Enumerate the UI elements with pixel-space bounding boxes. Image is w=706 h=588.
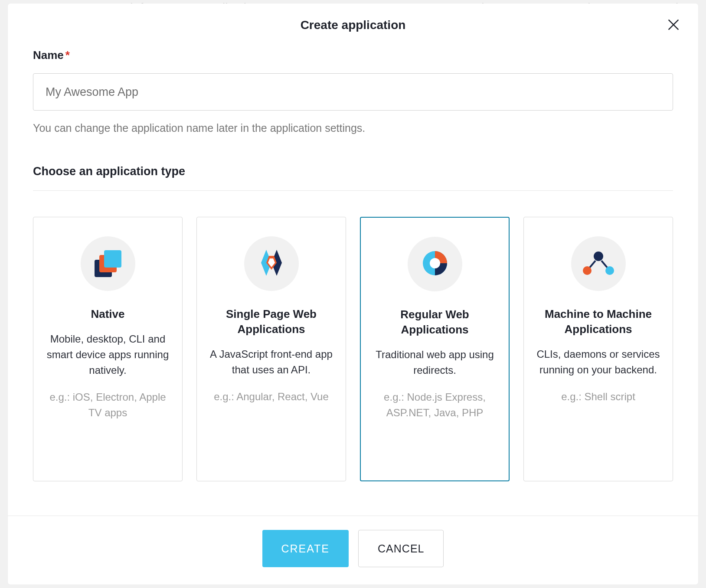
- card-desc: CLIs, daemons or services running on you…: [535, 346, 661, 378]
- card-title: Regular Web Applications: [372, 307, 497, 337]
- card-title: Machine to Machine Applications: [535, 307, 661, 337]
- create-button[interactable]: CREATE: [262, 530, 349, 567]
- app-type-cards: Native Mobile, desktop, CLI and smart de…: [33, 217, 673, 481]
- native-icon: [81, 236, 135, 291]
- m2m-icon: [571, 236, 626, 291]
- diamond-icon: [258, 247, 284, 280]
- card-title: Native: [45, 307, 171, 322]
- name-label-text: Name: [33, 49, 64, 62]
- spa-icon: [244, 236, 299, 291]
- required-mark: *: [65, 49, 70, 62]
- close-button[interactable]: [666, 17, 681, 32]
- app-type-card-m2m[interactable]: Machine to Machine Applications CLIs, da…: [523, 217, 673, 481]
- card-desc: Mobile, desktop, CLI and smart device ap…: [45, 331, 171, 378]
- app-type-card-spa[interactable]: Single Page Web Applications A JavaScrip…: [196, 217, 346, 481]
- card-examples: e.g.: iOS, Electron, Apple TV apps: [45, 389, 171, 421]
- app-type-card-native[interactable]: Native Mobile, desktop, CLI and smart de…: [33, 217, 183, 481]
- name-label: Name*: [33, 49, 673, 62]
- name-input[interactable]: [33, 73, 673, 111]
- svg-point-7: [430, 258, 440, 268]
- cancel-button[interactable]: CANCEL: [358, 530, 444, 567]
- modal-body: Name* You can change the application nam…: [8, 45, 698, 516]
- card-desc: A JavaScript front-end app that uses an …: [208, 346, 334, 378]
- card-desc: Traditional web app using redirects.: [372, 347, 497, 378]
- stacked-squares-icon: [95, 250, 121, 277]
- card-title: Single Page Web Applications: [208, 307, 334, 337]
- card-examples: e.g.: Angular, React, Vue: [208, 389, 334, 405]
- type-section-label: Choose an application type: [33, 165, 673, 191]
- modal-title: Create application: [8, 18, 698, 32]
- card-examples: e.g.: Shell script: [535, 389, 661, 405]
- app-type-card-regular[interactable]: Regular Web Applications Traditional web…: [360, 217, 510, 481]
- regular-icon: [408, 237, 462, 291]
- donut-icon: [419, 248, 451, 281]
- modal-header: Create application: [8, 3, 698, 45]
- modal-footer: CREATE CANCEL: [8, 516, 698, 585]
- create-application-modal: Create application Name* You can change …: [8, 3, 698, 585]
- close-icon: [666, 17, 681, 32]
- name-helper-text: You can change the application name late…: [33, 122, 673, 134]
- nodes-icon: [581, 252, 616, 276]
- card-examples: e.g.: Node.js Express, ASP.NET, Java, PH…: [372, 389, 497, 421]
